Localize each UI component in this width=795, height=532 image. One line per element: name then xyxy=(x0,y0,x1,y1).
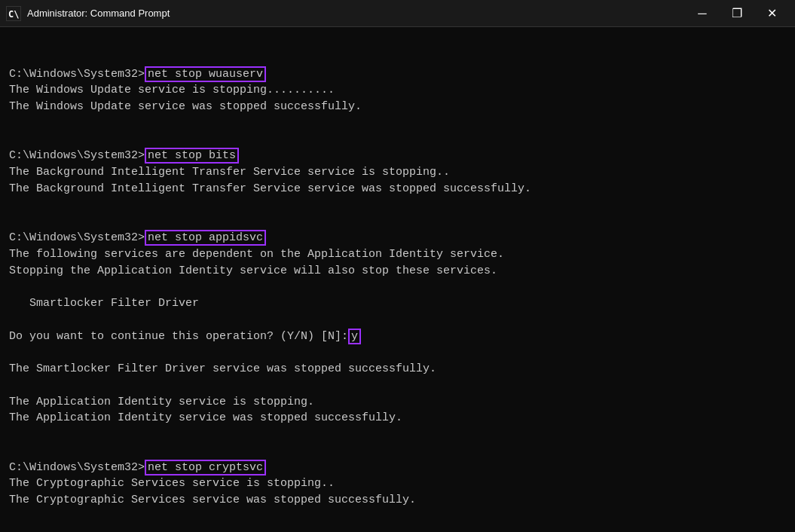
terminal-icon: C\ xyxy=(6,6,21,21)
terminal-line xyxy=(9,312,786,329)
command-highlighted: net stop appidsvc xyxy=(145,230,266,246)
terminal-line: The Cryptographic Services service is st… xyxy=(9,475,786,492)
yn-input-highlighted: y xyxy=(348,329,361,344)
terminal-line: Do you want to continue this operation? … xyxy=(9,329,786,345)
terminal-line: The Windows Update service was stopped s… xyxy=(9,99,786,115)
terminal-line: The Background Intelligent Transfer Serv… xyxy=(9,164,786,181)
command-highlighted: net stop bits xyxy=(145,148,239,164)
terminal-line: Smartlocker Filter Driver xyxy=(9,295,786,312)
terminal-line xyxy=(9,344,786,361)
terminal-line: C:\Windows\System32>net stop bits xyxy=(9,148,786,164)
terminal-line xyxy=(9,279,786,295)
terminal-line: Stopping the Application Identity servic… xyxy=(9,263,786,280)
command-highlighted: net stop cryptsvc xyxy=(145,460,266,475)
window: C\ Administrator: Command Prompt ─ ❐ ✕ C… xyxy=(0,0,795,532)
terminal-line: The Cryptographic Services service was s… xyxy=(9,492,786,509)
terminal-line xyxy=(9,378,786,394)
terminal-line xyxy=(9,132,786,148)
window-controls: ─ ❐ ✕ xyxy=(685,3,789,24)
terminal-line: C:\Windows\System32>net stop wuauserv xyxy=(9,66,786,83)
close-button[interactable]: ✕ xyxy=(754,3,789,24)
terminal-line xyxy=(9,115,786,132)
restore-button[interactable]: ❐ xyxy=(720,3,754,24)
terminal-line: The Windows Update service is stopping..… xyxy=(9,82,786,99)
terminal-body[interactable]: C:\Windows\System32>net stop wuauservThe… xyxy=(0,27,795,532)
terminal-line xyxy=(9,427,786,443)
terminal-line: The Background Intelligent Transfer Serv… xyxy=(9,181,786,197)
terminal-line: The following services are dependent on … xyxy=(9,246,786,263)
terminal-line xyxy=(9,443,786,460)
title-bar: C\ Administrator: Command Prompt ─ ❐ ✕ xyxy=(0,0,795,27)
window-title: Administrator: Command Prompt xyxy=(27,8,170,19)
minimize-button[interactable]: ─ xyxy=(685,3,720,24)
svg-text:C\: C\ xyxy=(8,9,19,20)
title-bar-left: C\ Administrator: Command Prompt xyxy=(6,6,170,21)
terminal-line: C:\Windows\System32>net stop cryptsvc xyxy=(9,460,786,476)
terminal-line: The Smartlocker Filter Driver service wa… xyxy=(9,361,786,378)
terminal-line xyxy=(9,213,786,230)
command-highlighted: net stop wuauserv xyxy=(145,66,266,82)
terminal-line: The Application Identity service is stop… xyxy=(9,394,786,411)
terminal-line xyxy=(9,197,786,214)
terminal-line: The Application Identity service was sto… xyxy=(9,410,786,427)
terminal-line: C:\Windows\System32>net stop appidsvc xyxy=(9,230,786,246)
